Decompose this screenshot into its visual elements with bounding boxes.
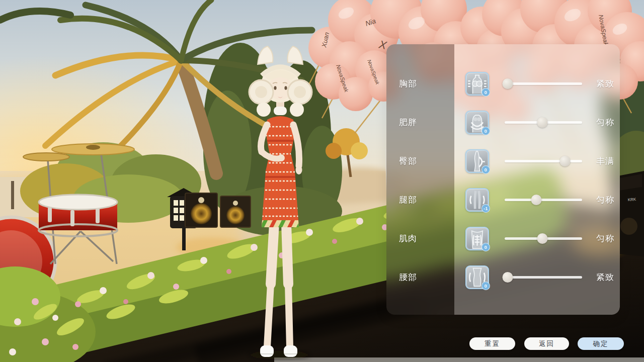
body-part-icon-button[interactable]: 0 [465,149,489,173]
slider-value-label: 匀称 [596,233,614,244]
slider-value-label: 匀称 [596,117,614,128]
body-part-icon-button[interactable]: 0 [465,227,489,250]
slider-handle[interactable] [560,156,571,166]
slider-value-label: 丰满 [596,155,614,167]
game-viewport[interactable]: KRK [0,0,644,362]
slider-handle[interactable] [503,272,513,283]
icon-count-badge: 0 [481,165,490,174]
body-slider[interactable] [505,233,582,244]
body-part-icon-button[interactable]: 0 [465,111,489,134]
body-slider[interactable] [505,272,582,283]
slider-value-label: 紧致 [596,272,614,283]
slider-handle[interactable] [537,117,548,128]
icon-count-badge: 0 [481,127,490,135]
body-part-label: 肌肉 [386,233,454,244]
body-part-row: 肌肉 0 匀称 [386,219,620,258]
icon-count-badge: 0 [481,243,490,251]
body-slider[interactable] [505,117,582,128]
body-part-row: 胸部 0 紧致 [386,64,620,103]
speaker-brand-text: KRK [628,197,637,202]
slider-track[interactable] [505,199,582,201]
reset-button[interactable]: 重置 [469,337,515,350]
body-part-label: 肥胖 [386,117,454,128]
body-slider[interactable] [505,156,582,167]
slider-track[interactable] [505,160,582,162]
slider-handle[interactable] [537,233,548,244]
slider-value-label: 匀称 [596,194,614,206]
body-part-row: 肥胖 0 匀称 [386,103,620,142]
body-slider[interactable] [505,78,582,89]
body-part-row: 臀部 0 丰满 [386,142,620,180]
body-part-row: 腿部 -1 匀称 [386,180,620,219]
body-slider-rows: 胸部 0 紧致 肥胖 0 匀称 臀部 0 丰满 [386,64,620,297]
icon-count-badge: -1 [481,204,490,213]
body-part-icon-button[interactable]: 0 [465,265,489,289]
body-part-label: 臀部 [386,155,454,167]
slider-track[interactable] [505,276,582,279]
slider-track[interactable] [505,82,582,85]
body-part-label: 腰部 [386,272,454,283]
confirm-button[interactable]: 确定 [578,337,624,350]
body-part-label: 胸部 [386,78,454,89]
body-part-icon-button[interactable]: 0 [465,72,489,96]
slider-handle[interactable] [531,195,542,205]
speakers-left [185,193,251,227]
body-part-label: 腿部 [386,194,454,206]
back-button[interactable]: 返回 [524,337,569,350]
icon-count-badge: 0 [481,282,490,290]
body-customization-panel: 胸部 0 紧致 肥胖 0 匀称 臀部 0 丰满 [386,44,620,315]
slider-handle[interactable] [503,78,513,89]
slider-value-label: 紧致 [596,78,614,89]
body-slider[interactable] [505,195,582,206]
body-part-icon-button[interactable]: -1 [465,188,489,212]
body-part-row: 腰部 0 紧致 [386,258,620,297]
icon-count-badge: 0 [481,88,490,97]
